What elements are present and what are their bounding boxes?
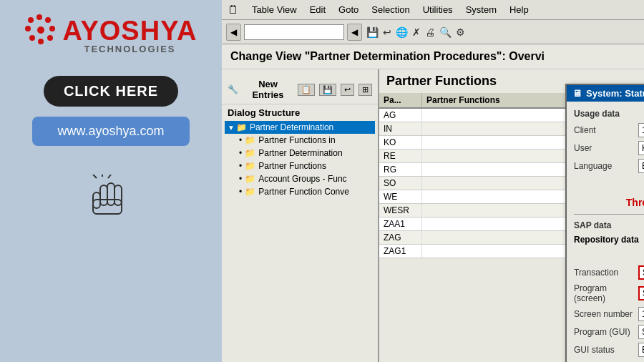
menu-help[interactable]: Help [509,4,529,15]
sap-table-area: Partner Functions Pa... Partner Function… [379,69,644,362]
folder-icon-2: 📁 [245,135,255,145]
usage-data-label: Usage data [574,109,644,119]
new-entries-button[interactable]: New Entries [243,79,293,100]
hand-cursor-icon [89,175,132,224]
transaction-label: Transaction [574,268,638,278]
menu-system[interactable]: System [466,4,497,15]
svg-point-2 [45,17,51,23]
bullet-icon-3: • [239,161,242,171]
brand-name: AYOSHYA [63,17,197,44]
brand-subtitle: TECHNOLOGIES [84,44,175,54]
program-gui-row: Program (GUI) SAPLSVIM [574,325,644,339]
gui-status-row: GUI status EULG [574,343,644,357]
row-pa: ZAG [379,231,422,244]
client-row: Client 100 Previous [574,123,644,137]
program-screen-label: Program (screen) [574,283,638,303]
tree-item-partner-functions[interactable]: • 📁 Partner Functions [225,160,375,172]
language-label: Language [574,161,638,171]
menu-table-view[interactable]: Table View [252,4,297,15]
ayoshya-logo-icon [25,14,57,47]
tree-item-partner-functions-in[interactable]: • 📁 Partner Functions in [225,134,375,147]
save-icon-btn[interactable]: 💾 [365,25,380,39]
section-divider [574,214,644,215]
find-icon-btn[interactable]: 🔍 [438,25,453,39]
tree-label-3: Partner Determination [258,148,342,158]
svg-point-1 [36,14,42,20]
program-screen-row: Program (screen) SAPLV09F [574,283,644,303]
bullet-icon-4: • [239,174,242,184]
svg-point-7 [25,26,31,31]
dialog-title-text: System: Status [586,88,644,99]
tree-item-partner-determination-2[interactable]: • 📁 Partner Determination [225,147,375,160]
dialog-structure-panel: 🔧 New Entries 📋 💾 ↩ ⊞ Dialog Structure ▼… [222,69,379,362]
folder-icon-3: 📁 [245,148,255,158]
bullet-icon-2: • [239,148,242,158]
gui-status-value: EULG [638,343,644,357]
row-pa: IN [379,122,422,135]
row-pa: KO [379,136,422,149]
command-input[interactable] [244,24,344,40]
svg-point-5 [38,39,44,44]
dialog-tree: ▼ 📁 Partner Determination • 📁 Partner Fu… [222,121,378,198]
transaction-row: Transaction SPRO [574,265,644,280]
tree-item-partner-function-conv[interactable]: • 📁 Partner Function Conve [225,185,375,198]
menu-utilities[interactable]: Utilities [423,4,453,15]
dialog-title-bar: 🖥 System: Status [567,85,644,102]
svg-rect-14 [114,185,122,205]
repository-data-label: Repository data [574,235,644,245]
screen-number-value: 100 [638,307,644,321]
user-label: User [574,143,638,153]
back-button[interactable]: ◀ [226,24,241,41]
language-value: EN [638,159,644,173]
website-button[interactable]: www.ayoshya.com [32,117,190,146]
user-row: User KRISHNA Logon [574,141,644,155]
screen-number-label: Screen number [574,309,638,319]
refresh-icon-btn[interactable]: ↩ [381,25,393,39]
dialog-structure-title: Dialog Structure [222,104,378,121]
stop-icon-btn[interactable]: ✗ [411,25,422,39]
row-pa: SO [379,177,422,190]
svg-line-11 [108,175,111,178]
entries-toolbar: 🔧 New Entries 📋 💾 ↩ ⊞ [222,75,378,104]
globe-icon-btn[interactable]: 🌐 [394,25,409,39]
system-status-dialog: 🖥 System: Status Usage data Client 100 P… [565,84,644,362]
save-btn[interactable]: 💾 [319,84,336,96]
tree-item-partner-determination[interactable]: ▼ 📁 Partner Determination [225,121,375,134]
settings-icon-btn[interactable]: ⚙ [454,25,467,39]
svg-point-6 [29,35,35,41]
program-gui-value: SAPLSVIM [638,325,644,339]
bullet-icon-5: • [239,187,242,197]
svg-point-3 [49,26,55,31]
sap-data-label: SAP data [574,220,644,230]
menu-selection[interactable]: Selection [371,4,409,15]
col-header-pa: Pa... [379,93,422,107]
print-icon-btn[interactable]: 🖨 [424,25,436,39]
svg-rect-12 [100,185,107,205]
folder-icon-4: 📁 [245,161,255,171]
folder-icon-5: 📁 [245,174,255,184]
menu-bar: 🗒 Table View Edit Goto Selection Utiliti… [222,0,644,20]
wrench-icon: 🔧 [228,84,238,94]
folder-icon-6: 📁 [245,187,255,197]
client-value: 100 [638,123,644,137]
more-entries-btn[interactable]: ⊞ [358,84,372,96]
timezone-row: Time zon [574,177,644,191]
row-pa: ZAA1 [379,217,422,230]
undo-btn[interactable]: ↩ [341,84,354,96]
arrow-left-btn[interactable]: ◀ [347,24,362,41]
toolbar-icons: 💾 ↩ 🌐 ✗ 🖨 🔍 ⚙ [365,25,467,39]
svg-point-0 [28,17,34,23]
row-pa: RE [379,150,422,162]
tree-label-5: Account Groups - Func [258,174,346,184]
bullet-icon: • [239,135,242,145]
logo-area: AYOSHYA TECHNOLOGIES [25,14,197,54]
menu-goto[interactable]: Goto [338,4,358,15]
left-panel: AYOSHYA TECHNOLOGIES CLICK HERE www.ayos… [0,0,222,362]
click-here-button[interactable]: CLICK HERE [44,76,178,107]
copy-btn[interactable]: 📋 [298,84,315,96]
svg-point-8 [37,26,44,34]
menu-edit[interactable]: Edit [310,4,326,15]
content-area: 🔧 New Entries 📋 💾 ↩ ⊞ Dialog Structure ▼… [222,69,644,362]
tree-arrow-icon: ▼ [228,124,235,132]
tree-item-account-groups[interactable]: • 📁 Account Groups - Func [225,172,375,185]
